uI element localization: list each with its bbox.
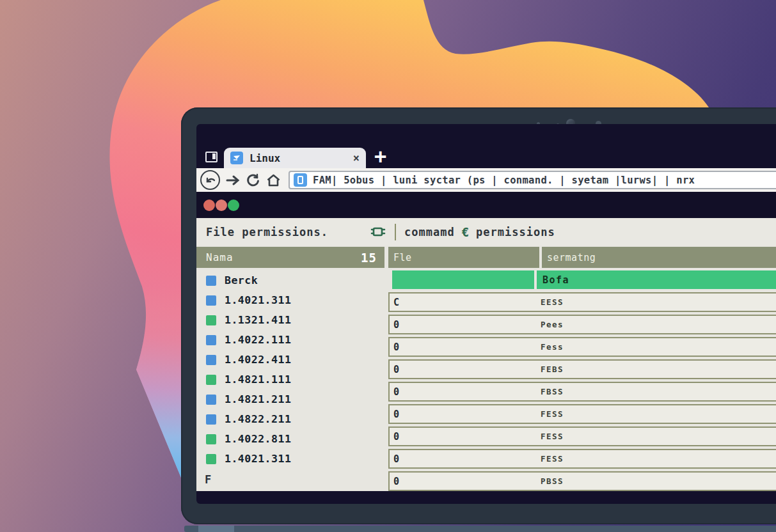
table-row[interactable]: 0FESS	[388, 449, 776, 469]
blue-file-icon	[206, 355, 216, 365]
reload-button[interactable]	[246, 173, 260, 187]
list-item-label: 1.4821.211	[225, 393, 291, 405]
toolbar-divider	[395, 224, 396, 240]
list-item-label: 1.4022.411	[225, 354, 291, 366]
list-item[interactable]: 1.1321.411	[196, 310, 384, 330]
blue-file-icon	[206, 414, 216, 425]
green-file-icon	[206, 315, 216, 325]
table-row[interactable]: 0FESS	[388, 404, 776, 424]
close-window-icon[interactable]	[203, 199, 215, 211]
tab-close-icon[interactable]: ×	[353, 152, 360, 164]
forward-button[interactable]	[225, 174, 241, 187]
address-bar[interactable]: FAM| 5obus | luni syctar (ps | conmand. …	[289, 171, 776, 189]
row-value: C	[393, 297, 399, 308]
home-button[interactable]	[266, 173, 281, 187]
row-value: 0	[393, 386, 399, 398]
page-toolbar: File permissions. commamd € permissions	[196, 218, 776, 246]
command-label[interactable]: commamd	[404, 226, 455, 239]
tab-title: Linux	[249, 152, 348, 164]
list-item[interactable]: 1.4022.811	[196, 429, 384, 449]
green-file-icon	[206, 375, 216, 385]
column-header-file[interactable]: Fle	[388, 247, 539, 268]
blue-file-icon	[206, 395, 216, 405]
list-item[interactable]: 1.4821.211	[196, 389, 384, 409]
row-permission: FESS	[541, 409, 564, 419]
row-permission: EESS	[541, 297, 564, 307]
laptop-base-notch	[198, 526, 234, 532]
file-list: Berck1.4021.3111.1321.4111.4022.1111.402…	[196, 268, 384, 469]
browser-tab-bar: Linux × +	[196, 124, 776, 168]
row-permission: FEBS	[541, 364, 564, 374]
row-permission: Fess	[541, 342, 564, 352]
table-row[interactable]: 0FESS	[388, 426, 776, 446]
file-list-panel: Nama 15 Berck1.4021.3111.1321.4111.4022.…	[196, 247, 384, 486]
list-footer-label: F	[196, 473, 384, 486]
row-value: 0	[393, 476, 399, 487]
window-restore-icon[interactable]	[205, 152, 218, 162]
row-value: 0	[393, 319, 399, 331]
browser-nav-bar: FAM| 5obus | luni syctar (ps | conmand. …	[196, 168, 776, 192]
table-row[interactable]: 0Fess	[388, 337, 776, 357]
list-item-label: 1.4022.811	[225, 433, 291, 445]
permissions-label[interactable]: permissions	[476, 226, 555, 239]
list-item-label: 1.1321.411	[225, 314, 291, 326]
green-file-icon	[206, 434, 216, 444]
minimize-window-icon[interactable]	[216, 199, 227, 211]
new-tab-button[interactable]: +	[374, 146, 386, 166]
zoom-window-icon[interactable]	[228, 199, 239, 211]
row-permission: FBSS	[541, 387, 564, 396]
site-identity-icon	[294, 173, 307, 187]
tab-favicon-icon	[230, 152, 243, 164]
list-item[interactable]: 1.4822.211	[196, 409, 384, 429]
table-row[interactable]: 0FEBS	[388, 359, 776, 379]
row-permission: FESS	[541, 432, 564, 441]
green-file-icon	[206, 454, 216, 464]
row-permission: Pees	[541, 320, 564, 329]
euro-glyph: €	[462, 225, 469, 239]
illustration-canvas: { "window": { "tab_title": "Linux", "tab…	[0, 0, 776, 532]
table-row[interactable]: CEESS	[388, 292, 776, 312]
list-item[interactable]: 1.4022.411	[196, 350, 384, 370]
row-value: 0	[393, 409, 399, 420]
list-item-label: 1.4821.111	[225, 373, 291, 386]
row-value: 0	[393, 341, 399, 353]
row-value: 0	[393, 364, 399, 375]
page-title: File permissions.	[206, 226, 328, 239]
left-column-header[interactable]: Nama 15	[196, 247, 384, 268]
row-permission: PBSS	[541, 476, 564, 486]
list-item[interactable]: 1.4021.311	[196, 449, 384, 469]
left-header-label: Nama	[206, 251, 234, 263]
browser-tab[interactable]: Linux ×	[224, 148, 366, 168]
permissions-rows: CEESS0Pees0Fess0FEBS0FBSS0FESS0FESS0FESS…	[388, 292, 776, 491]
permissions-panel: Fle sermatng Bofa CEESS0Pees0Fess0FEBS0F…	[388, 247, 776, 491]
list-item[interactable]: Berck	[196, 270, 384, 290]
laptop-frame: Linux × +	[181, 107, 776, 524]
highlight-bar	[392, 270, 534, 289]
row-value: 0	[393, 453, 399, 465]
list-item[interactable]: 1.4022.111	[196, 330, 384, 350]
table-row[interactable]: 0FBSS	[388, 382, 776, 402]
page-window-header	[196, 192, 776, 218]
row-value: 0	[393, 431, 399, 442]
list-item-label: 1.4022.111	[225, 334, 291, 346]
list-item[interactable]: 1.4821.111	[196, 370, 384, 389]
column-header-sermatng[interactable]: sermatng	[542, 247, 776, 268]
list-item[interactable]: 1.4021.311	[196, 290, 384, 310]
highlight-label: Bofa	[537, 270, 776, 289]
table-row[interactable]: 0Pees	[388, 315, 776, 334]
back-button[interactable]	[200, 170, 220, 190]
page-content: Nama 15 Berck1.4021.3111.1321.4111.4022.…	[196, 246, 776, 491]
list-item-label: 1.4021.311	[225, 294, 291, 306]
blue-file-icon	[206, 276, 216, 286]
blue-file-icon	[206, 335, 216, 345]
laptop-base	[184, 526, 776, 532]
list-item-label: Berck	[225, 274, 258, 286]
right-column-headers: Fle sermatng	[388, 247, 776, 268]
list-item-label: 1.4822.211	[225, 413, 291, 425]
highlighted-row[interactable]: Bofa	[388, 270, 776, 289]
item-count-badge: 15	[361, 251, 377, 265]
blue-file-icon	[206, 295, 216, 306]
table-row[interactable]: 0PBSS	[388, 471, 776, 491]
row-permission: FESS	[541, 454, 564, 464]
chip-icon	[370, 225, 386, 239]
